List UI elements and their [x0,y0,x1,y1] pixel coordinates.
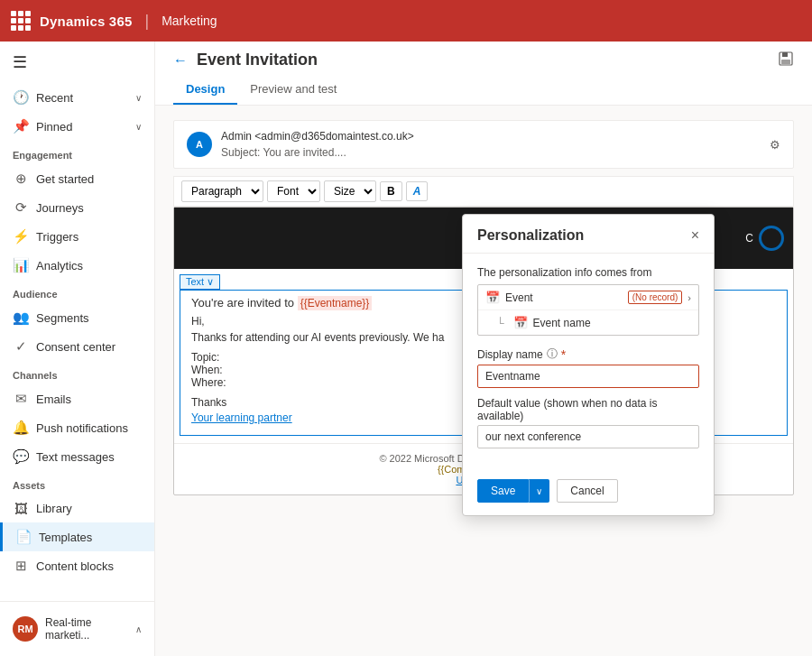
recent-icon: 🕐 [13,89,29,106]
apps-grid-icon[interactable] [11,11,31,31]
close-button[interactable]: × [691,228,699,243]
cancel-button[interactable]: Cancel [557,479,617,503]
sidebar-item-recent[interactable]: 🕐 Recent ∨ [0,83,154,112]
default-value-input[interactable] [477,425,699,448]
sidebar-item-content-blocks[interactable]: ⊞ Content blocks [0,551,154,580]
display-name-label: Display name ⓘ * [477,346,699,362]
sidebar-item-pinned[interactable]: 📌 Pinned ∨ [0,112,154,141]
sidebar-item-get-started[interactable]: ⊕ Get started [0,164,154,193]
assets-group-label: Assets [0,471,154,494]
sidebar-item-label: Text messages [36,450,142,464]
dialog-title: Personalization [477,227,584,244]
no-record-badge: (No record) [628,291,683,304]
calendar-icon: 📅 [485,291,500,304]
sidebar-item-label: Segments [36,311,142,325]
email-icon: ✉ [13,391,29,407]
sidebar-item-segments[interactable]: 👥 Segments [0,303,154,332]
tab-design[interactable]: Design [173,77,237,105]
sidebar-item-label: Library [36,502,142,515]
consent-icon: ✓ [13,338,29,355]
audience-group-label: Audience [0,280,154,303]
sidebar-item-triggers[interactable]: ⚡ Triggers [0,222,154,251]
sidebar-item-label: Triggers [36,230,142,244]
page-title: Event Invitation [197,51,318,69]
tree-parent-row[interactable]: 📅 Event (No record) › [478,285,698,310]
sidebar-item-label: Recent [36,91,128,105]
get-started-icon: ⊕ [13,171,29,187]
required-indicator: * [561,347,566,362]
sidebar-item-label: Consent center [36,340,142,354]
sidebar-item-analytics[interactable]: 📊 Analytics [0,251,154,280]
svg-rect-2 [781,60,790,64]
sidebar-item-emails[interactable]: ✉ Emails [0,384,154,413]
chevron-down-icon: ∨ [135,93,142,103]
triggers-icon: ⚡ [13,228,29,245]
page-tabs: Design Preview and test [173,77,794,105]
sidebar-bottom: RM Real-time marketi... ∧ [0,601,154,656]
display-name-input[interactable] [477,365,699,388]
pin-icon: 📌 [13,118,29,134]
topbar-title: Dynamics 365 [40,14,132,29]
sidebar-item-text-messages[interactable]: 💬 Text messages [0,442,154,471]
tree-child-label: Event name [533,317,691,329]
info-icon: ⓘ [547,346,558,362]
main-content: ← Event Invitation Design Preview and te… [155,42,812,656]
save-arrow-button[interactable]: ∨ [529,479,549,503]
sidebar-hamburger-icon[interactable]: ☰ [0,42,154,83]
chevron-up-icon: ∧ [135,624,142,634]
journeys-icon: ⟳ [13,199,29,216]
segments-icon: 👥 [13,310,29,326]
templates-icon: 📄 [15,529,32,545]
sidebar-item-label: Content blocks [36,559,142,573]
sidebar-item-journeys[interactable]: ⟳ Journeys [0,193,154,222]
sidebar-item-label: Emails [36,393,142,406]
avatar: RM [13,616,38,642]
sidebar-item-label: Pinned [36,120,128,134]
save-button[interactable]: Save [477,479,529,503]
back-button[interactable]: ← [173,52,188,69]
tree-indent-icon: └ [496,317,504,329]
sidebar-item-label: Get started [36,172,142,186]
dialog-overlay: Personalization × The personalization in… [155,106,812,656]
topbar: Dynamics 365 | Marketing [0,0,812,42]
save-icon[interactable] [778,51,794,69]
sidebar-item-templates[interactable]: 📄 Templates [0,522,154,551]
tree-chevron-right-icon: › [687,292,691,303]
sidebar-bottom-item-rm[interactable]: RM Real-time marketi... ∧ [0,609,154,649]
tab-preview-test[interactable]: Preview and test [237,77,349,105]
library-icon: 🖼 [13,501,29,516]
analytics-icon: 📊 [13,257,29,273]
default-value-label: Default value (shown when no data is ava… [477,397,699,422]
personalization-tree: 📅 Event (No record) › └ 📅 Event name [477,284,699,336]
sidebar-item-label: Push notifications [36,421,142,435]
page-header: ← Event Invitation Design Preview and te… [155,42,812,106]
dialog-body: The personalization info comes from 📅 Ev… [463,254,714,470]
dialog-header: Personalization × [463,215,714,254]
chevron-down-icon: ∨ [135,122,142,132]
personalization-dialog: Personalization × The personalization in… [462,214,715,516]
blocks-icon: ⊞ [13,558,29,574]
display-name-group: Display name ⓘ * [477,346,699,388]
sidebar: ☰ 🕐 Recent ∨ 📌 Pinned ∨ Engagement ⊕ Get… [0,42,155,656]
topbar-subtitle: Marketing [161,14,217,28]
source-label: The personalization info comes from [477,266,699,279]
engagement-group-label: Engagement [0,141,154,164]
dialog-footer: Save ∨ Cancel [463,470,714,515]
sidebar-item-label: Journeys [36,201,142,215]
canvas-area: A Admin <admin@d365domaintest.co.uk> Sub… [155,106,812,656]
topbar-separator: | [144,12,149,31]
channels-group-label: Channels [0,361,154,384]
sidebar-bottom-label: Real-time marketi... [45,616,128,642]
tree-parent-label: Event [505,291,623,304]
sidebar-item-library[interactable]: 🖼 Library [0,494,154,522]
svg-rect-1 [782,52,788,57]
bell-icon: 🔔 [13,420,29,436]
tree-child-row[interactable]: └ 📅 Event name [478,310,698,335]
sidebar-item-consent-center[interactable]: ✓ Consent center [0,332,154,361]
sidebar-item-push-notifications[interactable]: 🔔 Push notifications [0,413,154,442]
calendar-child-icon: 📅 [513,316,528,329]
default-value-group: Default value (shown when no data is ava… [477,397,699,448]
sidebar-item-label: Templates [39,531,142,544]
chat-icon: 💬 [13,448,29,465]
sidebar-item-label: Analytics [36,259,142,273]
